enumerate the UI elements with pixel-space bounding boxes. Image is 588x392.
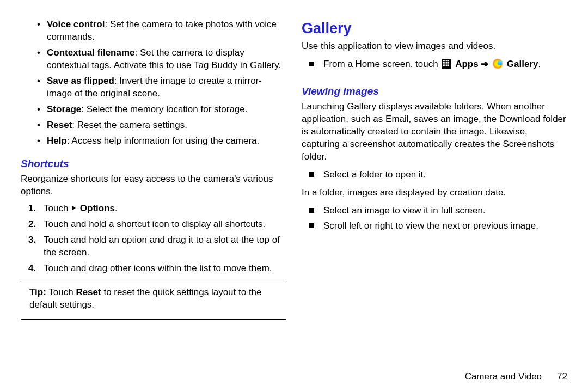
svg-rect-15 (446, 65, 448, 66)
svg-rect-4 (448, 60, 449, 61)
svg-rect-3 (446, 60, 448, 61)
svg-rect-11 (446, 64, 448, 65)
gallery-launch-step: From a Home screen, touch Apps ➔ Gallery… (302, 58, 567, 76)
bullet-save-as-flipped: Save as flipped: Invert the image to cre… (39, 75, 286, 100)
bullet-contextual-filename: Contextual filename: Set the camera to d… (39, 47, 286, 72)
gallery-intro: Use this application to view images and … (302, 40, 567, 53)
step-scroll: Scroll left or right to view the next or… (309, 220, 567, 232)
step-select-image: Select an image to view it in full scree… (309, 205, 567, 217)
divider (21, 319, 286, 320)
viewing-step-2-3: Select an image to view it in full scree… (302, 205, 567, 236)
svg-rect-14 (445, 65, 446, 66)
left-column: Voice control: Set the camera to take ph… (21, 19, 286, 392)
chevron-right-icon (72, 205, 76, 211)
folder-para: In a folder, images are displayed by cre… (302, 187, 567, 199)
gallery-app-icon (492, 58, 503, 69)
svg-rect-16 (448, 65, 449, 66)
bullet-voice-control: Voice control: Set the camera to take ph… (39, 19, 286, 44)
svg-rect-6 (445, 62, 446, 63)
settings-bullets: Voice control: Set the camera to take ph… (21, 19, 286, 150)
footer-section: Camera and Video (465, 371, 542, 383)
gallery-heading: Gallery (302, 19, 567, 38)
viewing-images-para: Launching Gallery displays available fol… (302, 101, 567, 163)
right-column: Gallery Use this application to view ima… (302, 19, 567, 392)
svg-rect-5 (443, 62, 444, 63)
shortcuts-heading: Shortcuts (21, 157, 286, 171)
square-bullet-icon (309, 208, 314, 213)
bullet-reset: Reset: Reset the camera settings. (39, 119, 286, 132)
bullet-storage: Storage: Select the memory location for … (39, 103, 286, 116)
page-footer: Camera and Video 72 (302, 371, 567, 392)
viewing-step-1: Select a folder to open it. (302, 169, 567, 185)
step-1: 1. Touch Options. (28, 203, 286, 215)
shortcuts-steps: 1. Touch Options. 2. Touch and hold a sh… (21, 203, 286, 278)
svg-rect-1 (443, 60, 444, 61)
viewing-images-heading: Viewing Images (302, 84, 567, 99)
bullet-help: Help: Access help information for using … (39, 135, 286, 148)
step-3: 3. Touch and hold an option and drag it … (28, 234, 286, 259)
step-select-folder: Select a folder to open it. (309, 169, 567, 181)
svg-rect-8 (448, 62, 449, 63)
svg-rect-10 (445, 64, 446, 65)
manual-page: Voice control: Set the camera to take ph… (0, 0, 588, 392)
arrow-right-icon: ➔ (479, 59, 491, 69)
svg-rect-12 (448, 64, 449, 65)
svg-rect-9 (443, 64, 444, 65)
shortcuts-intro: Reorganize shortcuts for easy access to … (21, 173, 286, 198)
svg-rect-2 (445, 60, 446, 61)
step-4: 4. Touch and drag other icons within the… (28, 262, 286, 275)
tip-box: Tip: Touch Reset to reset the quick sett… (21, 286, 286, 311)
divider (21, 283, 286, 283)
square-bullet-icon (309, 223, 314, 228)
svg-rect-13 (443, 65, 444, 66)
footer-page-number: 72 (557, 371, 567, 383)
svg-rect-7 (446, 62, 448, 63)
step-2: 2. Touch and hold a shortcut icon to dis… (28, 218, 286, 231)
square-bullet-icon (309, 62, 314, 66)
apps-grid-icon (442, 59, 451, 72)
launch-step: From a Home screen, touch Apps ➔ Gallery… (309, 58, 567, 72)
square-bullet-icon (309, 172, 314, 177)
